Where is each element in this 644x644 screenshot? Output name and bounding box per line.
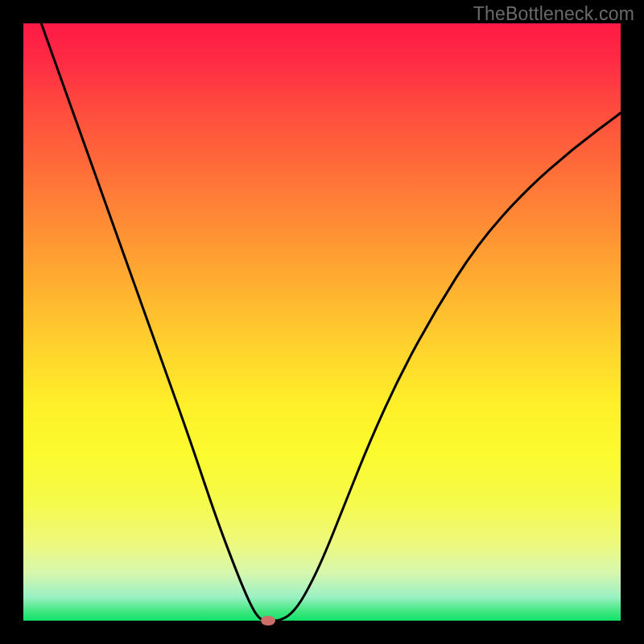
chart-frame: TheBottleneck.com	[0, 0, 644, 644]
optimal-point-marker	[261, 616, 275, 625]
watermark-text: TheBottleneck.com	[473, 3, 634, 25]
bottleneck-curve	[41, 23, 621, 621]
curve-svg	[23, 23, 621, 621]
chart-plot-area	[23, 23, 621, 621]
